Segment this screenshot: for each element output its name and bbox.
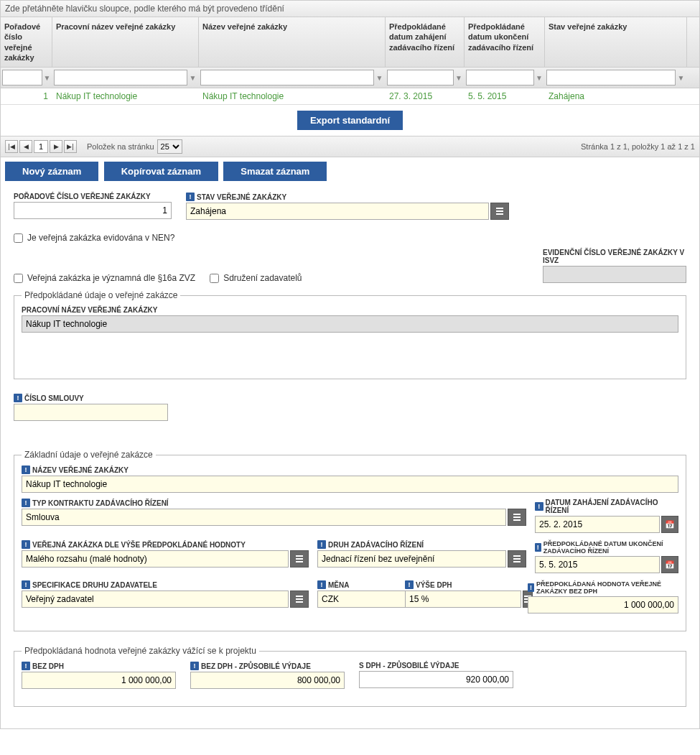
label-datum-ukonceni: !PŘEDPOKLÁDANÉ DATUM UKONČENÍ ZADÁVACÍHO…: [535, 540, 678, 555]
action-bar: Nový záznam Kopírovat záznam Smazat zázn…: [1, 157, 699, 185]
input-typ-kontraktu[interactable]: [22, 509, 506, 526]
label-prac-nazev: PRACOVNÍ NÁZEV VEŘEJNÉ ZAKÁZKY: [22, 306, 678, 314]
label-cislo-smlouvy: !ČÍSLO SMLOUVY: [14, 394, 168, 402]
col-header-start-date[interactable]: Předpokládané datum zahájení zadávacího …: [386, 17, 465, 67]
table-row[interactable]: 1 Nákup IT technologie Nákup IT technolo…: [1, 88, 699, 105]
calendar-zahajeni-button[interactable]: 📅: [661, 516, 678, 533]
calendar-ukonceni-button[interactable]: 📅: [661, 556, 678, 573]
copy-record-button[interactable]: Kopírovat záznam: [104, 162, 218, 181]
lookup-vz-hodnota-button[interactable]: [290, 550, 309, 568]
label-spec-zadavatele: !SPECIFIKACE DRUHU ZADAVATELE: [22, 580, 309, 589]
input-poradove[interactable]: [14, 202, 172, 219]
input-s-dph-zv[interactable]: [359, 671, 513, 688]
filter-icon[interactable]: ▼: [454, 70, 463, 85]
col-header-end-date[interactable]: Předpokládané datum ukončení zadávacího …: [465, 17, 545, 67]
checkbox-vyznamna[interactable]: [14, 274, 23, 283]
info-icon: !: [22, 540, 30, 549]
filter-state[interactable]: [546, 70, 676, 85]
input-vyse-dph[interactable]: [405, 590, 521, 608]
filter-row: ▼ ▼ ▼ ▼ ▼ ▼: [1, 68, 699, 88]
svg-rect-0: [496, 208, 503, 209]
svg-rect-3: [513, 514, 521, 515]
per-page-label: Položek na stránku: [87, 142, 154, 151]
pager-bar: |◀ ◀ ▶ ▶| Položek na stránku 25 Stránka …: [1, 136, 699, 157]
col-header-working-name[interactable]: Pracovní název veřejné zakázky: [52, 17, 199, 67]
label-vz-hodnota: !VEŘEJNÁ ZAKÁZKA DLE VÝŠE PŘEDPOKLÁDANÉ …: [22, 540, 309, 549]
export-button[interactable]: Export standardní: [297, 111, 403, 130]
svg-rect-9: [513, 555, 521, 557]
info-icon: !: [535, 543, 541, 552]
delete-record-button[interactable]: Smazat záznam: [223, 162, 327, 181]
lookup-stav-button[interactable]: [490, 203, 509, 220]
label-stav: !STAV VEŘEJNÉ ZAKÁZKY: [186, 193, 509, 201]
per-page-select[interactable]: 25: [157, 139, 182, 154]
pager-last-button[interactable]: ▶|: [64, 140, 77, 153]
lookup-druh-rizeni-button[interactable]: [508, 550, 526, 568]
info-icon: !: [22, 662, 30, 670]
group-by-hint: Zde přetáhněte hlavičku sloupce, podle k…: [1, 1, 699, 17]
label-nen-checkbox: Je veřejná zakázka evidována v NEN?: [27, 233, 174, 243]
info-icon: !: [14, 394, 22, 402]
svg-rect-11: [513, 561, 521, 562]
new-record-button[interactable]: Nový záznam: [5, 162, 98, 181]
pager-first-button[interactable]: |◀: [5, 140, 18, 153]
filter-icon[interactable]: ▼: [375, 70, 384, 85]
checkbox-sdruzeni[interactable]: [210, 274, 219, 283]
label-s-dph-zv: S DPH - ZPŮSOBILÉ VÝDAJE: [359, 662, 513, 670]
filter-number[interactable]: [2, 70, 42, 85]
cell-name: Nákup IT technologie: [199, 88, 386, 104]
input-stav[interactable]: [186, 203, 489, 220]
input-predp-hodnota[interactable]: [528, 596, 678, 613]
cell-end-date: 5. 5. 2015: [465, 88, 545, 104]
info-icon: !: [317, 580, 326, 589]
input-bez-dph[interactable]: [22, 672, 176, 689]
svg-rect-2: [496, 213, 503, 215]
svg-rect-13: [296, 598, 303, 600]
legend-hodnota-projekt: Předpokládaná hodnota veřejné zakázky vá…: [22, 646, 259, 656]
pager-next-button[interactable]: ▶: [50, 140, 62, 153]
filter-icon[interactable]: ▼: [535, 70, 543, 85]
info-icon: !: [528, 583, 534, 592]
svg-rect-10: [513, 558, 521, 560]
checkbox-nen[interactable]: [14, 233, 23, 243]
filter-end-date[interactable]: [466, 70, 534, 85]
input-bez-dph-zv[interactable]: [190, 672, 345, 689]
lookup-spec-zadavatele-button[interactable]: [290, 590, 309, 608]
col-header-state[interactable]: Stav veřejné zakázky: [545, 17, 687, 67]
filter-start-date[interactable]: [387, 70, 454, 85]
fieldset-predpokladane: Předpokládané údaje o veřejné zakázce PR…: [14, 290, 686, 379]
pager-summary: Stránka 1 z 1, položky 1 až 1 z 1: [581, 142, 695, 151]
filter-working-name[interactable]: [54, 70, 187, 85]
input-datum-zahajeni[interactable]: [535, 516, 660, 533]
pager-prev-button[interactable]: ◀: [19, 140, 32, 153]
filter-icon[interactable]: ▼: [188, 70, 197, 85]
input-nazev-vz[interactable]: [22, 476, 678, 493]
input-cislo-smlouvy[interactable]: [14, 404, 168, 421]
input-druh-rizeni[interactable]: [317, 550, 506, 568]
svg-rect-8: [296, 561, 303, 562]
col-header-number[interactable]: Pořadové číslo veřejné zakázky: [1, 17, 52, 67]
label-druh-rizeni: !DRUH ZADÁVACÍHO ŘÍZENÍ: [317, 540, 526, 549]
svg-rect-7: [296, 558, 303, 560]
input-spec-zadavatele[interactable]: [22, 590, 289, 608]
label-typ-kontraktu: !TYP KONTRAKTU ZADÁVACÍHO ŘÍZENÍ: [22, 499, 526, 507]
input-datum-ukonceni[interactable]: [535, 556, 660, 573]
lookup-typ-kontraktu-button[interactable]: [508, 509, 526, 526]
filter-icon[interactable]: ▼: [43, 70, 51, 85]
label-evid-isvz: EVIDENČNÍ ČÍSLO VEŘEJNÉ ZAKÁZKY V ISVZ: [543, 249, 686, 264]
svg-rect-1: [496, 210, 503, 212]
filter-icon[interactable]: ▼: [676, 70, 686, 85]
input-vz-hodnota[interactable]: [22, 550, 289, 568]
col-header-name[interactable]: Název veřejné zakázky: [199, 17, 386, 67]
cell-number: 1: [1, 88, 52, 104]
cell-start-date: 27. 3. 2015: [386, 88, 465, 104]
svg-rect-6: [296, 555, 303, 557]
cell-working-name: Nákup IT technologie: [52, 88, 199, 104]
pager-page-input[interactable]: [34, 140, 48, 153]
label-sdruzeni-checkbox: Sdružení zadavatelů: [223, 273, 302, 283]
info-icon: !: [535, 502, 543, 511]
filter-name[interactable]: [200, 70, 374, 85]
svg-rect-5: [513, 519, 521, 521]
info-icon: !: [186, 193, 195, 201]
svg-rect-12: [296, 596, 303, 597]
